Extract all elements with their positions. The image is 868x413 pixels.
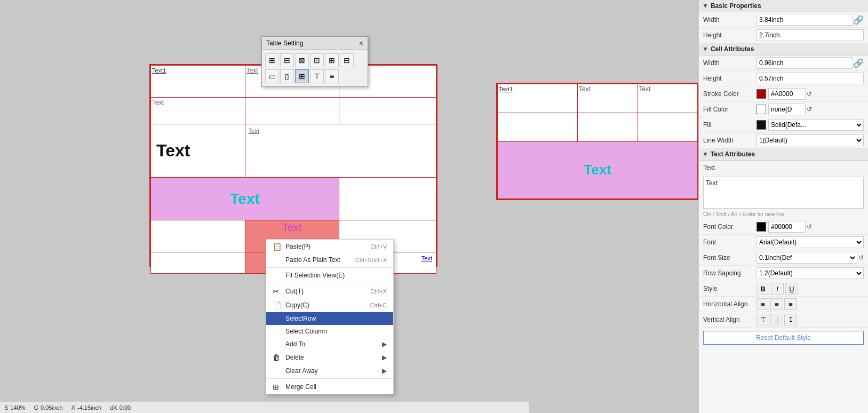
h-align-center[interactable]: ≡ [770,298,783,310]
ctx-add-to[interactable]: Add To ▶ [266,338,393,351]
fill-solid-swatch[interactable] [756,120,766,130]
ctx-sep3 [266,378,393,379]
ctx-add-label: Add To [285,340,382,348]
cell-attributes-header: ▼ Cell Attributes [699,43,868,55]
ctx-select-col-label: Select Column [285,328,387,335]
panel-row-row-spacing: Row Sapcing 1.2(Default) [699,266,868,281]
fill-select[interactable]: Solid(Defa... [768,119,864,131]
right-table[interactable]: Text1 Text Text Text [496,83,698,200]
cell-height-label: Height [703,75,756,82]
v-align-top[interactable]: ⊤ [756,314,769,325]
font-size-reset-icon[interactable]: ↺ [858,254,864,261]
width-input[interactable] [756,14,853,26]
font-size-label: Font Size [703,254,756,261]
ctx-cut-label: Cut(T) [285,288,370,295]
ctx-delete[interactable]: 🗑 Delete ▶ [266,351,393,364]
collapse-icon-text[interactable]: ▼ [702,150,708,158]
h-align-right[interactable]: ≡ [784,298,797,310]
italic-button[interactable]: I [771,283,784,295]
x-label: X [71,404,75,411]
height-input[interactable] [756,29,864,41]
font-size-select[interactable]: 0.1inch(Def [756,252,857,264]
dialog-close-button[interactable]: × [359,39,363,47]
cut-icon: ✂ [273,287,282,296]
dx-label: dX [110,404,117,411]
font-select[interactable]: Arial(Default) [756,236,864,248]
ctx-paste-shortcut: Ctrl+V [370,243,387,250]
text-hint: Ctrl / Shift / Alt + Enter for new line [703,211,864,218]
table-icon-8[interactable]: ▯ [280,69,294,83]
basic-properties-header: ▼ Basic Properties [699,0,868,12]
row-spacing-select[interactable]: 1.2(Default) [756,267,864,279]
v-align-bottom[interactable]: ↧ [784,314,797,325]
cell-height-input[interactable] [756,73,864,84]
link-proportional-icon[interactable]: 🔗 [853,15,864,25]
font-color-reset-icon[interactable]: ↺ [807,223,812,231]
table-icon-7[interactable]: ▭ [265,69,279,83]
ctx-copy-shortcut: Ctrl+C [370,302,387,308]
ctx-cut[interactable]: ✂ Cut(T) Ctrl+X [266,284,393,298]
ctx-copy[interactable]: 📄 Copy(C) Ctrl+C [266,298,393,312]
panel-row-fill-color: Fill Color ↺ [699,102,868,117]
ctx-paste[interactable]: 📋 Paste(P) Ctrl+V [266,240,393,253]
table-icon-10[interactable]: ⊤ [310,69,324,83]
ctx-paste-plain[interactable]: Paste As Plain Text Ctrl+Shift+X [266,253,393,266]
table-icon-6[interactable]: ⊟ [340,53,354,67]
cell-big-text: Text [152,125,244,176]
right-cell-text1: Text1 [499,86,513,92]
font-color-swatch[interactable] [756,222,766,232]
cell-link-icon[interactable]: 🔗 [853,58,864,68]
table-icon-9[interactable]: ⊞ [295,69,309,83]
line-width-label: Line Width [703,137,756,144]
cell-width-input[interactable] [756,57,853,69]
width-label: Width [703,16,756,23]
ctx-clear-away[interactable]: Clear Away ▶ [266,364,393,377]
fill-color-swatch[interactable] [756,105,766,114]
cell-text-top: Text [246,67,258,74]
table-icon-1[interactable]: ⊞ [265,53,279,67]
cell-small-text: Text [249,128,259,134]
style-label: Style [703,285,756,292]
collapse-icon-basic[interactable]: ▼ [702,2,708,10]
ctx-fit-selection[interactable]: Fit Selection View(E) [266,269,393,282]
stroke-color-input[interactable] [768,88,806,100]
text-attributes-header: ▼ Text Attributes [699,148,868,161]
ctx-select-column[interactable]: Select Column [266,325,393,338]
cell-magenta-text: Text [246,221,338,234]
x-value: -4.15inch [77,404,101,411]
reset-default-button[interactable]: Reset Default Style [703,331,864,345]
underline-button[interactable]: U [785,283,798,295]
v-align-middle[interactable]: ⊥ [770,314,783,325]
ctx-paste-plain-label: Paste As Plain Text [285,256,355,264]
ctx-select-row[interactable]: SelectRow [266,312,393,325]
height-label: Height [703,31,756,39]
fill-color-label: Fill Color [703,106,756,113]
ctx-copy-label: Copy(C) [285,301,370,309]
text-area[interactable]: Text [703,177,864,209]
ctx-merge-cell[interactable]: ⊞ Merge Cell [266,380,393,394]
ctx-sep1 [266,267,393,268]
right-cell-text2: Text [579,85,591,93]
stroke-color-reset-icon[interactable]: ↺ [807,90,812,98]
panel-row-style: Style B I U [699,281,868,297]
bold-button[interactable]: B [756,283,769,295]
cell-text-link: Text [421,255,432,261]
font-color-input[interactable] [768,221,806,233]
panel-row-font-size: Font Size 0.1inch(Def ↺ [699,250,868,266]
table-icon-11[interactable]: ≡ [325,69,339,83]
paste-icon: 📋 [273,242,282,251]
fill-color-reset-icon[interactable]: ↺ [807,106,812,113]
collapse-icon-cell[interactable]: ▼ [702,45,708,53]
fill-color-input[interactable] [768,104,806,115]
h-align-left[interactable]: ≡ [756,298,769,310]
right-cyan-text: Text [499,143,696,198]
stroke-color-swatch[interactable] [756,89,766,99]
main-table[interactable]: Text1 Text Text Text Text [149,64,437,267]
clear-arrow-icon: ▶ [382,367,387,375]
table-icon-5[interactable]: ⊞ [325,53,339,67]
table-icon-4[interactable]: ⊡ [310,53,324,67]
table-icon-2[interactable]: ⊟ [280,53,294,67]
dialog-title: Table Setting [266,39,303,47]
line-width-select[interactable]: 1(Default) [756,134,864,146]
table-icon-3[interactable]: ⊠ [295,53,309,67]
